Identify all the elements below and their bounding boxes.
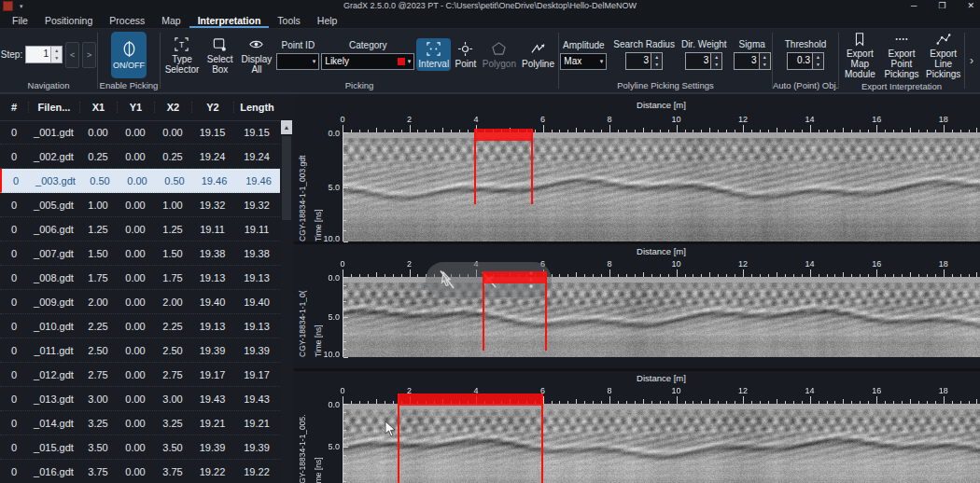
menu-item-process[interactable]: Process xyxy=(101,14,153,28)
table-row[interactable]: 0_007.gdt1.500.001.5019.3819.38 xyxy=(0,242,280,266)
cell: 0.00 xyxy=(117,369,154,380)
column-header-x1[interactable]: X1 xyxy=(79,102,117,113)
svg-text:T: T xyxy=(179,39,184,48)
picking-selection xyxy=(398,393,543,483)
type-selector-icon: T xyxy=(174,36,189,52)
table-row[interactable]: 0_012.gdt2.750.002.7519.1719.17 xyxy=(0,363,280,387)
table-row[interactable]: 0_010.gdt2.250.002.2519.1319.13 xyxy=(0,314,280,338)
step-forward-button[interactable]: > xyxy=(82,42,96,68)
column-header-[interactable]: # xyxy=(0,102,28,113)
category-label: Category xyxy=(349,40,387,50)
type-selector-button[interactable]: T Type Selector xyxy=(162,34,202,76)
polyline-button[interactable]: Polyline xyxy=(520,38,556,71)
cell: 3.50 xyxy=(79,442,117,453)
cell: _008.gdt xyxy=(28,272,79,283)
radargram-plot[interactable] xyxy=(343,132,980,242)
cell: 0.00 xyxy=(154,127,191,138)
table-scrollbar[interactable]: ▲ xyxy=(281,120,292,483)
close-button[interactable]: ✕ xyxy=(967,1,974,11)
table-row[interactable]: 0_013.gdt3.000.003.0019.4319.43 xyxy=(0,387,280,411)
search-radius-arrows[interactable]: ▲▼ xyxy=(651,53,662,69)
menu-item-help[interactable]: Help xyxy=(309,14,346,28)
column-header-length[interactable]: Length xyxy=(233,102,280,113)
export-point-pickings-button[interactable]: Export Point Pickings xyxy=(881,29,923,81)
radargram-canvas[interactable] xyxy=(343,132,980,242)
table-row[interactable]: 0_002.gdt0.250.000.2519.2419.24 xyxy=(0,145,280,169)
maximize-button[interactable]: ❐ xyxy=(938,1,945,11)
threshold-spinner[interactable]: 0.3 ▲▼ xyxy=(787,52,824,70)
y-tick-label: 5.0 xyxy=(328,442,340,451)
sigma-spinner[interactable]: 3 ▲▼ xyxy=(734,52,771,70)
ribbon-overflow-button[interactable]: › xyxy=(965,29,978,92)
amplitude-select[interactable]: Max ▾ xyxy=(560,53,607,70)
radargram-plot[interactable] xyxy=(343,277,980,357)
table-row[interactable]: 0_003.gdt0.500.000.5019.4619.46 xyxy=(0,169,280,193)
x-tick-label: 14 xyxy=(805,259,815,269)
table-row[interactable]: 0_016.gdt3.750.003.7519.2219.22 xyxy=(0,460,280,483)
table-row[interactable]: 0_008.gdt1.750.001.7519.1319.13 xyxy=(0,266,280,290)
dir-weight-stack: Dir. Weight 3 ▲▼ xyxy=(681,39,727,70)
group-label-auto-point: Auto (Point) Obj... xyxy=(773,80,838,92)
column-header-filen[interactable]: Filen... xyxy=(28,102,79,113)
threshold-value: 0.3 xyxy=(788,53,812,69)
distance-axis-title: Distance [m] xyxy=(343,246,980,259)
dir-weight-spinner[interactable]: 3 ▲▼ xyxy=(685,52,722,70)
pointer-off-icon[interactable] xyxy=(436,269,458,291)
table-row[interactable]: 0_014.gdt3.250.003.2519.2119.21 xyxy=(0,411,280,435)
menu-item-positioning[interactable]: Positioning xyxy=(36,14,101,28)
profile-file-label: CGY-18834-1-1_003.gdt xyxy=(298,132,307,242)
column-header-y2[interactable]: Y2 xyxy=(191,102,233,113)
sigma-stack: Sigma 3 ▲▼ xyxy=(734,39,771,70)
search-radius-spinner[interactable]: 3 ▲▼ xyxy=(625,52,663,70)
picking-onoff-button[interactable]: ON/OFF xyxy=(111,32,147,78)
radargram-plot[interactable] xyxy=(343,404,980,483)
minimize-button[interactable]: ─ xyxy=(911,1,917,11)
cell: 0 xyxy=(0,442,28,453)
column-header-x2[interactable]: X2 xyxy=(154,102,191,113)
menu-item-map[interactable]: Map xyxy=(153,14,189,28)
cell: 1.25 xyxy=(79,224,117,235)
dir-weight-label: Dir. Weight xyxy=(681,39,727,49)
menu-item-file[interactable]: File xyxy=(4,14,36,28)
cell: 0.00 xyxy=(117,418,154,429)
cell: 3.50 xyxy=(154,442,191,453)
export-line-pickings-button[interactable]: Export Line Pickings xyxy=(922,29,964,81)
point-id-select[interactable]: ▾ xyxy=(276,53,319,70)
cell: 19.21 xyxy=(233,418,280,429)
step-back-button[interactable]: < xyxy=(65,42,79,68)
threshold-stack: Threshold 0.3 ▲▼ xyxy=(785,39,826,70)
menu-item-interpretation[interactable]: Interpretation xyxy=(189,14,270,28)
interval-button[interactable]: Interval xyxy=(416,38,451,71)
dir-weight-arrows[interactable]: ▲▼ xyxy=(710,53,721,69)
table-row[interactable]: 0_009.gdt2.000.002.0019.4019.40 xyxy=(0,290,280,314)
column-header-y1[interactable]: Y1 xyxy=(117,102,154,113)
ribbon-group-export: Export Map Module Export Point Pickings … xyxy=(839,29,964,92)
table-row[interactable]: 0_015.gdt3.500.003.5019.3919.39 xyxy=(0,435,280,460)
step-spinner-arrows[interactable]: ▲▼ xyxy=(50,47,62,62)
step-spinner[interactable]: 1 ▲▼ xyxy=(25,46,63,63)
cell: 19.32 xyxy=(191,200,233,211)
polygon-button[interactable]: Polygon xyxy=(481,38,518,71)
x-tick-label: 14 xyxy=(805,386,815,395)
threshold-arrows[interactable]: ▲▼ xyxy=(812,53,823,69)
cell: 3.75 xyxy=(79,466,117,477)
amplitude-stack: Amplitude Max ▾ xyxy=(560,40,607,70)
sigma-arrows[interactable]: ▲▼ xyxy=(759,53,770,69)
profile-panel-2: Distance [m]024681012141618CGY-18834-1-1… xyxy=(294,244,980,368)
point-button[interactable]: Point xyxy=(453,38,479,71)
table-row[interactable]: 0_006.gdt1.250.001.2519.1119.11 xyxy=(0,217,280,242)
table-row[interactable]: 0_001.gdt0.000.000.0019.1519.15 xyxy=(0,120,280,145)
menu-item-tools[interactable]: Tools xyxy=(269,14,309,28)
category-select[interactable]: Likely ▾ xyxy=(321,53,414,70)
cell: 19.22 xyxy=(191,466,233,477)
scrollbar-thumb[interactable] xyxy=(282,136,291,220)
x-tick-label: 10 xyxy=(672,386,681,395)
table-row[interactable]: 0_005.gdt1.000.001.0019.3219.32 xyxy=(0,193,280,217)
scrollbar-up-icon[interactable]: ▲ xyxy=(281,120,292,134)
select-box-button[interactable]: Select Box xyxy=(203,34,237,76)
table-row[interactable]: 0_011.gdt2.500.002.5019.3919.39 xyxy=(0,338,280,363)
cell: _012.gdt xyxy=(28,369,79,380)
export-map-module-button[interactable]: Export Map Module xyxy=(839,29,881,81)
display-all-button[interactable]: Display All xyxy=(239,34,275,76)
ribbon: Step: 1 ▲▼ < > Navigation ON/OFF xyxy=(0,29,980,94)
